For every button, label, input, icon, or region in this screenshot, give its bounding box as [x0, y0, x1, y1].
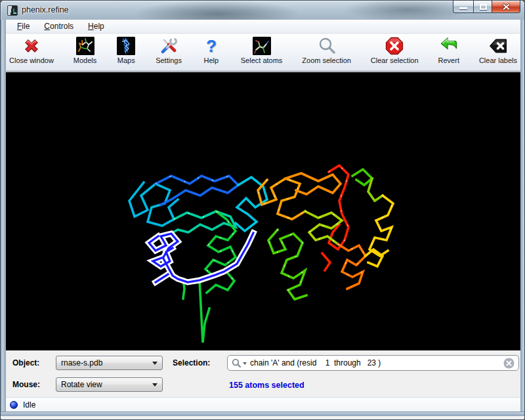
- statusbar: Idle: [6, 397, 520, 411]
- app-window: phenix.refine File Controls Help: [0, 0, 525, 420]
- clear-selection-icon: [385, 36, 404, 56]
- toolbar-button-models[interactable]: Models: [74, 36, 96, 64]
- toolbar-button-maps[interactable]: Maps: [116, 36, 136, 64]
- menu-help[interactable]: Help: [82, 20, 110, 32]
- titlebar[interactable]: phenix.refine: [1, 1, 525, 20]
- help-icon: ?: [201, 36, 221, 56]
- menu-controls[interactable]: Controls: [38, 20, 79, 32]
- toolbar-button-revert[interactable]: Revert: [438, 36, 459, 64]
- status-idle-icon: [10, 401, 18, 409]
- toolbar-button-clear-labels[interactable]: Clear labels: [479, 36, 517, 64]
- mouse-dropdown[interactable]: Rotate view: [56, 377, 163, 392]
- window-title: phenix.refine: [22, 5, 69, 14]
- mouse-label: Mouse:: [12, 380, 40, 389]
- minimize-button[interactable]: [453, 1, 473, 13]
- controls-panel: Object: rnase-s.pdb Mouse: Rotate view S…: [6, 350, 520, 397]
- mouse-dropdown-value: Rotate view: [61, 380, 152, 389]
- chevron-down-icon: [152, 383, 158, 389]
- maps-icon: [116, 36, 136, 56]
- window-content: File Controls Help Close window: [6, 20, 520, 411]
- chevron-down-icon: [152, 362, 158, 368]
- atoms-selected-text: 155 atoms selected: [229, 381, 304, 390]
- status-text: Idle: [23, 400, 35, 410]
- toolbar-button-help[interactable]: ? Help: [201, 36, 221, 64]
- close-button[interactable]: [492, 1, 520, 13]
- selection-label: Selection:: [173, 358, 210, 368]
- zoom-selection-icon: [317, 36, 337, 56]
- search-icon[interactable]: [232, 358, 247, 368]
- molecule-render: [6, 72, 520, 350]
- window-frame-bottom: [1, 411, 525, 416]
- object-dropdown-value: rnase-s.pdb: [61, 358, 152, 368]
- revert-icon: [439, 36, 459, 56]
- minimize-icon: [459, 7, 467, 9]
- toolbar-button-clear-selection[interactable]: Clear selection: [371, 36, 419, 64]
- gl-viewport[interactable]: [6, 72, 520, 350]
- object-label: Object:: [12, 358, 39, 368]
- selection-search-box: [227, 355, 519, 371]
- window-frame: File Controls Help Close window: [1, 20, 525, 416]
- object-dropdown[interactable]: rnase-s.pdb: [56, 356, 163, 370]
- models-icon: [75, 36, 95, 56]
- toolbar-button-zoom-selection[interactable]: Zoom selection: [302, 36, 351, 64]
- toolbar-button-settings[interactable]: Settings: [156, 36, 182, 64]
- toolbar: Close window: [6, 34, 520, 72]
- toolbar-button-close-window[interactable]: Close window: [9, 36, 54, 64]
- menubar: File Controls Help: [6, 20, 520, 33]
- menu-file[interactable]: File: [11, 20, 35, 32]
- maximize-icon: [480, 4, 487, 10]
- close-window-icon: [22, 36, 41, 56]
- caption-buttons: [453, 1, 520, 13]
- close-icon: [502, 3, 511, 10]
- app-icon: [7, 5, 18, 16]
- maximize-button[interactable]: [473, 1, 492, 13]
- select-atoms-icon: [252, 36, 272, 56]
- selection-input[interactable]: [250, 358, 503, 368]
- settings-icon: [159, 36, 178, 56]
- clear-labels-icon: [488, 36, 508, 56]
- clear-input-icon[interactable]: [503, 358, 514, 369]
- search-options-arrow-icon: [243, 362, 247, 367]
- toolbar-button-select-atoms[interactable]: Select atoms: [241, 36, 283, 64]
